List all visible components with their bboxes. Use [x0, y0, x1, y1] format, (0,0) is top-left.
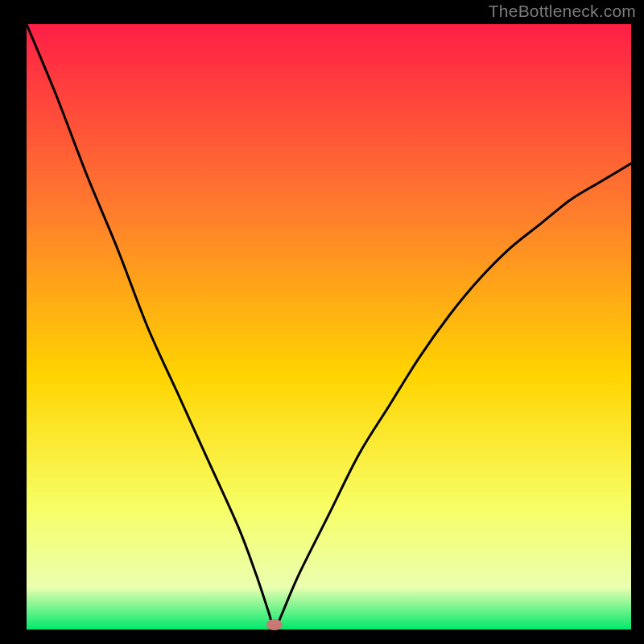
attribution-label: TheBottleneck.com [489, 2, 636, 21]
bottleneck-chart [0, 0, 644, 644]
chart-frame: TheBottleneck.com [0, 0, 644, 644]
plot-area [27, 24, 631, 630]
minimum-marker [266, 619, 283, 630]
